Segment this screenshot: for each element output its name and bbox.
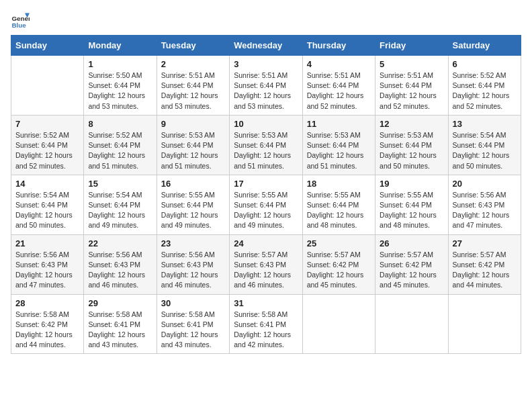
day-number: 15: [88, 179, 152, 189]
calendar-cell: [375, 294, 448, 354]
day-number: 11: [307, 119, 371, 129]
day-number: 24: [234, 238, 298, 248]
calendar-week-1: 1Sunrise: 5:50 AMSunset: 6:44 PMDaylight…: [11, 56, 521, 116]
calendar-cell: 18Sunrise: 5:55 AMSunset: 6:44 PMDayligh…: [302, 175, 375, 234]
calendar-cell: [11, 56, 84, 116]
calendar-cell: 14Sunrise: 5:54 AMSunset: 6:44 PMDayligh…: [11, 175, 84, 234]
calendar-cell: 5Sunrise: 5:51 AMSunset: 6:44 PMDaylight…: [375, 56, 448, 116]
calendar-cell: 1Sunrise: 5:50 AMSunset: 6:44 PMDaylight…: [84, 56, 157, 116]
calendar-cell: [302, 294, 375, 354]
day-number: 7: [15, 119, 79, 129]
day-info: Sunrise: 5:58 AMSunset: 6:41 PMDaylight:…: [234, 310, 298, 351]
day-info: Sunrise: 5:58 AMSunset: 6:42 PMDaylight:…: [15, 310, 79, 351]
calendar-cell: 24Sunrise: 5:57 AMSunset: 6:43 PMDayligh…: [230, 234, 302, 294]
day-number: 22: [88, 238, 152, 248]
calendar-cell: 8Sunrise: 5:52 AMSunset: 6:44 PMDaylight…: [84, 115, 157, 175]
svg-text:Blue: Blue: [11, 21, 26, 29]
day-number: 30: [161, 298, 225, 308]
day-number: 14: [15, 179, 79, 189]
calendar-cell: 20Sunrise: 5:56 AMSunset: 6:43 PMDayligh…: [448, 175, 521, 234]
day-number: 6: [453, 59, 517, 69]
day-number: 12: [380, 119, 443, 129]
day-info: Sunrise: 5:52 AMSunset: 6:44 PMDaylight:…: [453, 71, 517, 111]
day-info: Sunrise: 5:56 AMSunset: 6:43 PMDaylight:…: [161, 250, 225, 291]
logo-icon: General Blue: [11, 11, 30, 30]
day-info: Sunrise: 5:56 AMSunset: 6:43 PMDaylight:…: [88, 250, 152, 291]
col-header-friday: Friday: [375, 36, 448, 56]
calendar-cell: 28Sunrise: 5:58 AMSunset: 6:42 PMDayligh…: [11, 294, 84, 354]
day-number: 2: [161, 59, 225, 69]
day-info: Sunrise: 5:54 AMSunset: 6:44 PMDaylight:…: [15, 190, 79, 231]
day-info: Sunrise: 5:51 AMSunset: 6:44 PMDaylight:…: [380, 71, 443, 111]
day-info: Sunrise: 5:51 AMSunset: 6:44 PMDaylight:…: [307, 71, 371, 111]
day-number: 21: [15, 238, 79, 248]
day-info: Sunrise: 5:55 AMSunset: 6:44 PMDaylight:…: [161, 190, 225, 231]
calendar-cell: 22Sunrise: 5:56 AMSunset: 6:43 PMDayligh…: [84, 234, 157, 294]
day-number: 4: [307, 59, 371, 69]
day-number: 29: [88, 298, 152, 308]
day-info: Sunrise: 5:53 AMSunset: 6:44 PMDaylight:…: [161, 130, 225, 171]
col-header-wednesday: Wednesday: [230, 36, 302, 56]
calendar-cell: 29Sunrise: 5:58 AMSunset: 6:41 PMDayligh…: [84, 294, 157, 354]
day-info: Sunrise: 5:52 AMSunset: 6:44 PMDaylight:…: [15, 130, 79, 171]
day-number: 5: [380, 59, 443, 69]
calendar-cell: 12Sunrise: 5:53 AMSunset: 6:44 PMDayligh…: [375, 115, 448, 175]
day-info: Sunrise: 5:51 AMSunset: 6:44 PMDaylight:…: [161, 71, 225, 111]
day-number: 25: [307, 238, 371, 248]
day-info: Sunrise: 5:58 AMSunset: 6:41 PMDaylight:…: [88, 310, 152, 351]
day-info: Sunrise: 5:58 AMSunset: 6:41 PMDaylight:…: [161, 310, 225, 351]
day-number: 13: [453, 119, 517, 129]
calendar-week-4: 21Sunrise: 5:56 AMSunset: 6:43 PMDayligh…: [11, 234, 521, 294]
day-number: 20: [453, 179, 517, 189]
day-info: Sunrise: 5:57 AMSunset: 6:42 PMDaylight:…: [380, 250, 443, 291]
calendar-cell: 9Sunrise: 5:53 AMSunset: 6:44 PMDaylight…: [157, 115, 229, 175]
calendar-cell: 6Sunrise: 5:52 AMSunset: 6:44 PMDaylight…: [448, 56, 521, 116]
day-number: 28: [15, 298, 79, 308]
calendar-cell: 17Sunrise: 5:55 AMSunset: 6:44 PMDayligh…: [230, 175, 302, 234]
page-header: General Blue: [11, 11, 521, 30]
day-info: Sunrise: 5:56 AMSunset: 6:43 PMDaylight:…: [15, 250, 79, 291]
calendar-cell: 31Sunrise: 5:58 AMSunset: 6:41 PMDayligh…: [230, 294, 302, 354]
day-number: 3: [234, 59, 298, 69]
day-info: Sunrise: 5:52 AMSunset: 6:44 PMDaylight:…: [88, 130, 152, 171]
day-info: Sunrise: 5:50 AMSunset: 6:44 PMDaylight:…: [88, 71, 152, 111]
calendar-cell: 3Sunrise: 5:51 AMSunset: 6:44 PMDaylight…: [230, 56, 302, 116]
day-number: 1: [88, 59, 152, 69]
day-info: Sunrise: 5:54 AMSunset: 6:44 PMDaylight:…: [453, 130, 517, 171]
day-info: Sunrise: 5:55 AMSunset: 6:44 PMDaylight:…: [234, 190, 298, 231]
calendar-cell: 23Sunrise: 5:56 AMSunset: 6:43 PMDayligh…: [157, 234, 229, 294]
col-header-thursday: Thursday: [302, 36, 375, 56]
calendar-cell: 16Sunrise: 5:55 AMSunset: 6:44 PMDayligh…: [157, 175, 229, 234]
logo: General Blue: [11, 11, 32, 30]
day-number: 31: [234, 298, 298, 308]
calendar-cell: 19Sunrise: 5:55 AMSunset: 6:44 PMDayligh…: [375, 175, 448, 234]
day-info: Sunrise: 5:53 AMSunset: 6:44 PMDaylight:…: [307, 130, 371, 171]
day-number: 16: [161, 179, 225, 189]
day-number: 23: [161, 238, 225, 248]
day-info: Sunrise: 5:53 AMSunset: 6:44 PMDaylight:…: [234, 130, 298, 171]
calendar-week-5: 28Sunrise: 5:58 AMSunset: 6:42 PMDayligh…: [11, 294, 521, 354]
calendar-cell: 2Sunrise: 5:51 AMSunset: 6:44 PMDaylight…: [157, 56, 229, 116]
day-info: Sunrise: 5:53 AMSunset: 6:44 PMDaylight:…: [380, 130, 443, 171]
calendar-cell: 7Sunrise: 5:52 AMSunset: 6:44 PMDaylight…: [11, 115, 84, 175]
calendar-cell: 13Sunrise: 5:54 AMSunset: 6:44 PMDayligh…: [448, 115, 521, 175]
day-info: Sunrise: 5:51 AMSunset: 6:44 PMDaylight:…: [234, 71, 298, 111]
calendar-cell: 27Sunrise: 5:57 AMSunset: 6:42 PMDayligh…: [448, 234, 521, 294]
calendar-cell: 15Sunrise: 5:54 AMSunset: 6:44 PMDayligh…: [84, 175, 157, 234]
calendar-cell: 11Sunrise: 5:53 AMSunset: 6:44 PMDayligh…: [302, 115, 375, 175]
day-number: 19: [380, 179, 443, 189]
col-header-monday: Monday: [84, 36, 157, 56]
calendar-cell: 4Sunrise: 5:51 AMSunset: 6:44 PMDaylight…: [302, 56, 375, 116]
day-number: 17: [234, 179, 298, 189]
day-info: Sunrise: 5:56 AMSunset: 6:43 PMDaylight:…: [453, 190, 517, 231]
calendar-cell: 21Sunrise: 5:56 AMSunset: 6:43 PMDayligh…: [11, 234, 84, 294]
day-number: 27: [453, 238, 517, 248]
day-info: Sunrise: 5:54 AMSunset: 6:44 PMDaylight:…: [88, 190, 152, 231]
calendar-cell: 10Sunrise: 5:53 AMSunset: 6:44 PMDayligh…: [230, 115, 302, 175]
day-number: 26: [380, 238, 443, 248]
col-header-sunday: Sunday: [11, 36, 84, 56]
day-number: 18: [307, 179, 371, 189]
col-header-tuesday: Tuesday: [157, 36, 229, 56]
day-info: Sunrise: 5:57 AMSunset: 6:43 PMDaylight:…: [234, 250, 298, 291]
day-info: Sunrise: 5:55 AMSunset: 6:44 PMDaylight:…: [380, 190, 443, 231]
